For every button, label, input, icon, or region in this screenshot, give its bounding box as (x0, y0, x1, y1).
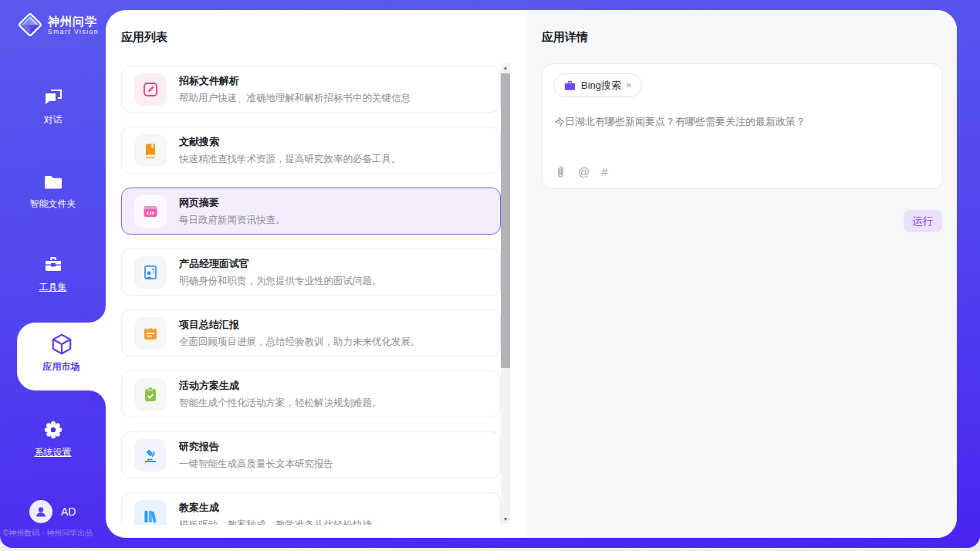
copyright-text: ©神州数码 · 神州问学出品 (3, 528, 106, 539)
app-window: 神州问学 Smart Vision 对话 智能文件夹 工具集 (0, 0, 980, 548)
sidebar-item-label: 对话 (0, 113, 106, 127)
app-card[interactable]: 文献搜索 快速精准查找学术资源，提高研究效率的必备工具。 (121, 127, 501, 174)
brand-logo: 神州问学 Smart Vision (15, 10, 99, 39)
app-card-description: 快速精准查找学术资源，提高研究效率的必备工具。 (179, 153, 401, 166)
app-card[interactable]: 产品经理面试官 明确身份和职责，为您提供专业性的面试问题。 (121, 248, 501, 296)
toolbox-icon (42, 254, 64, 276)
tool-tag-label: Bing搜索 (581, 79, 621, 93)
scroll-down-icon[interactable]: ▼ (501, 515, 510, 524)
prompt-input-card: Bing搜索 × 今日湖北有哪些新闻要点？有哪些需要关注的最新政策？ @ # (542, 63, 943, 189)
run-button[interactable]: 运行 (904, 210, 942, 232)
app-card-title: 产品经理面试官 (179, 257, 382, 271)
person-icon (34, 505, 48, 519)
book-icon (134, 134, 167, 167)
app-card-title: 研究报告 (179, 440, 333, 454)
app-card[interactable]: 研究报告 一键智能生成高质量长文本研究报告 (121, 431, 501, 478)
bubble-curve-bottom (89, 390, 106, 407)
sidebar-item-chat[interactable]: 对话 (0, 86, 106, 127)
app-list: 招标文件解析 帮助用户快速、准确地理解和解析招标书中的关键信息 文献搜索 快速精… (121, 63, 501, 525)
sidebar-item-smart-folders[interactable]: 智能文件夹 (0, 172, 106, 211)
sidebar-item-app-market[interactable]: 应用市场 (17, 323, 106, 390)
app-card[interactable]: 活动方案生成 智能生成个性化活动方案，轻松解决规划难题。 (121, 370, 501, 417)
avatar (29, 500, 52, 523)
brand-name: 神州问学 (48, 15, 99, 28)
app-card[interactable]: 教案生成 模板驱动，教案秒成，教学准备从此轻松快捷。 (121, 492, 501, 525)
at-icon[interactable]: @ (578, 165, 590, 178)
app-card-title: 网页摘要 (179, 196, 286, 210)
brand-subtitle: Smart Vision (48, 28, 99, 35)
app-list-title: 应用列表 (121, 30, 167, 45)
microscope-icon (134, 439, 167, 472)
scrollbar-thumb[interactable] (501, 73, 510, 368)
sidebar-item-toolset[interactable]: 工具集 (0, 254, 106, 294)
app-card-description: 智能生成个性化活动方案，轻松解决规划难题。 (179, 397, 382, 410)
books-icon (134, 500, 167, 526)
attachment-toolbar: @ # (555, 165, 608, 178)
app-card-description: 一键智能生成高质量长文本研究报告 (179, 458, 333, 471)
app-card-description: 全面回顾项目进展，总结经验教训，助力未来优化发展。 (179, 336, 421, 349)
bubble-curve-top (89, 306, 106, 323)
app-card-description: 帮助用户快速、准确地理解和解析招标书中的关键信息 (179, 92, 411, 105)
app-card-title: 文献搜索 (179, 135, 401, 149)
sidebar: 神州问学 Smart Vision 对话 智能文件夹 工具集 (0, 0, 106, 548)
question-input[interactable]: 今日湖北有哪些新闻要点？有哪些需要关注的最新政策？ (555, 115, 930, 129)
hash-icon[interactable]: # (601, 165, 607, 178)
sidebar-item-label: 工具集 (0, 281, 106, 294)
scrollbar[interactable]: ▲ ▼ (501, 63, 510, 524)
person-doc-icon (134, 256, 167, 289)
app-card-description: 明确身份和职责，为您提供专业性的面试问题。 (179, 275, 382, 288)
folder-icon (42, 172, 64, 192)
gear-icon (42, 419, 64, 441)
chat-icon (42, 86, 64, 108)
close-icon[interactable]: × (624, 79, 634, 91)
app-card[interactable]: 项目总结汇报 全面回顾项目进展，总结经验教训，助力未来优化发展。 (121, 309, 501, 357)
app-card-title: 项目总结汇报 (179, 318, 421, 332)
app-card-title: 活动方案生成 (179, 379, 382, 393)
app-detail-panel: 应用详情 Bing搜索 × 今日湖北有哪些新闻要点？有哪些需要关注的最新政策？ (526, 10, 957, 538)
sidebar-item-label: 系统设置 (0, 446, 106, 459)
pen-square-icon (134, 73, 167, 106)
app-card[interactable]: 招标文件解析 帮助用户快速、准确地理解和解析招标书中的关键信息 (121, 66, 501, 113)
user-account[interactable]: AD (29, 500, 76, 523)
sidebar-item-label: 应用市场 (17, 360, 106, 374)
paperclip-icon[interactable] (555, 165, 566, 178)
briefcase-icon (563, 79, 576, 92)
diamond-logo-icon (15, 10, 45, 39)
app-card-description: 模板驱动，教案秒成，教学准备从此轻松快捷。 (179, 519, 382, 526)
sidebar-item-settings[interactable]: 系统设置 (0, 419, 106, 459)
user-initials: AD (61, 505, 76, 518)
app-detail-title: 应用详情 (542, 30, 588, 45)
app-card-title: 教案生成 (179, 501, 382, 515)
app-card[interactable]: 网页摘要 每日政府新闻资讯快查。 (121, 188, 501, 235)
main-content: 应用列表 招标文件解析 帮助用户快速、准确地理解和解析招标书中的关键信息 文献搜… (106, 10, 957, 538)
cube-icon (49, 332, 74, 357)
calendar-icon (134, 317, 167, 350)
app-card-title: 招标文件解析 (179, 74, 411, 88)
tool-tag-bing-search[interactable]: Bing搜索 × (553, 73, 642, 97)
scroll-up-icon[interactable]: ▲ (501, 63, 510, 73)
app-card-description: 每日政府新闻资讯快查。 (179, 214, 286, 227)
clipboard-check-icon (134, 378, 167, 411)
sidebar-item-label: 智能文件夹 (0, 198, 106, 211)
browser-code-icon (134, 195, 167, 228)
